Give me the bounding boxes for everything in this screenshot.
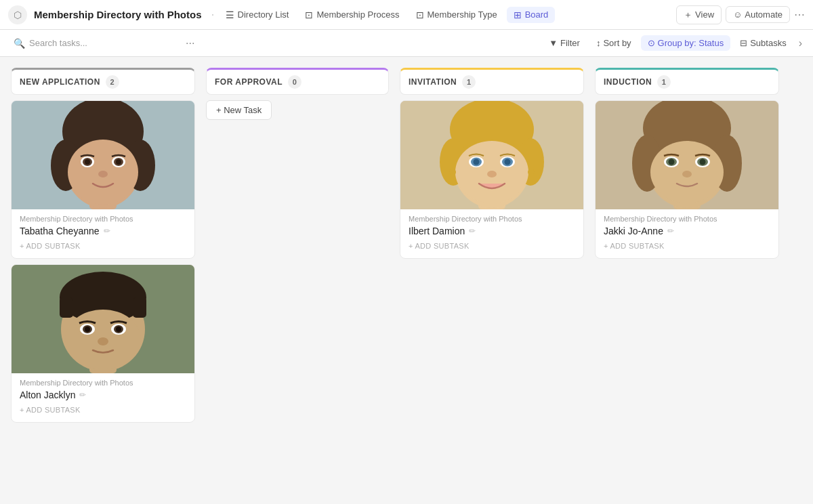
column-body-induction: Membership Directory with Photos Jakki J… (595, 100, 779, 493)
edit-icon-tabatha[interactable]: ✏ (104, 226, 110, 236)
toolbar: 🔍 Search tasks... ··· ▼ Filter ↕ Sort by… (0, 30, 813, 57)
card-ilbert-damion[interactable]: Membership Directory with Photos Ilbert … (400, 100, 584, 259)
expand-button[interactable]: ⋯ (794, 8, 805, 21)
add-subtask-tabatha[interactable]: + ADD SUBTASK (20, 242, 186, 250)
top-navigation: ⬡ Membership Directory with Photos · ☰ n… (0, 0, 813, 30)
column-for-approval: FOR APPROVAL 0 + New Task (206, 68, 389, 493)
tab-membership-process[interactable]: ⊡ Membership Process (298, 7, 406, 23)
svg-point-26 (116, 327, 121, 332)
card-name-alton: Alton Jacklyn ✏ (20, 390, 186, 400)
svg-point-12 (116, 159, 121, 165)
column-count-induction: 1 (657, 75, 671, 89)
view-button[interactable]: ＋ View (676, 5, 722, 24)
edit-icon-alton[interactable]: ✏ (79, 390, 86, 400)
svg-rect-19 (133, 297, 146, 318)
board: NEW APPLICATION 2 (0, 57, 813, 504)
list-icon: ☰ (226, 9, 234, 20)
column-count-invitation: 1 (462, 75, 476, 89)
search-area[interactable]: 🔍 Search tasks... (8, 35, 178, 51)
card-body-ilbert: Membership Directory with Photos Ilbert … (400, 209, 583, 258)
tab-directory-list[interactable]: ☰ new-application Directory List (219, 7, 296, 23)
process-icon: ⊡ (305, 9, 313, 20)
app-icon: ⬡ (8, 5, 27, 24)
group-icon: ⊙ (648, 38, 655, 48)
column-header-invitation: INVITATION 1 (400, 68, 584, 95)
svg-rect-18 (60, 297, 73, 318)
card-body-tabatha: Membership Directory with Photos Tabatha… (12, 209, 194, 258)
column-header-induction: INDUCTION 1 (595, 68, 779, 95)
card-name-jakki: Jakki Jo-Anne ✏ (604, 226, 770, 236)
column-body-for-approval: + New Task (206, 100, 389, 493)
tab-board[interactable]: ⊞ Board (507, 7, 556, 23)
card-name-ilbert: Ilbert Damion ✏ (409, 226, 575, 236)
card-photo-jakki (596, 101, 778, 209)
svg-point-40 (505, 159, 511, 165)
column-induction: INDUCTION 1 (595, 68, 779, 493)
card-body-jakki: Membership Directory with Photos Jakki J… (596, 209, 778, 258)
column-title-induction: INDUCTION (604, 77, 652, 87)
svg-point-41 (449, 169, 456, 175)
search-more-button[interactable]: ··· (183, 36, 197, 51)
column-new-application: NEW APPLICATION 2 (11, 68, 195, 493)
card-alton-jacklyn[interactable]: Membership Directory with Photos Alton J… (11, 264, 195, 423)
nav-right-actions: ＋ View ☺ Automate ⋯ (676, 5, 805, 24)
subtasks-icon: ⊟ (740, 38, 747, 48)
edit-icon-jakki[interactable]: ✏ (667, 226, 674, 236)
add-subtask-jakki[interactable]: + ADD SUBTASK (604, 242, 770, 250)
card-photo-ilbert (400, 101, 583, 209)
svg-point-56 (700, 159, 706, 165)
column-header-for-approval: FOR APPROVAL 0 (206, 68, 389, 95)
automate-button[interactable]: ☺ Automate (726, 6, 790, 23)
search-input[interactable]: Search tasks... (29, 38, 87, 48)
edit-icon-ilbert[interactable]: ✏ (469, 226, 476, 236)
toolbar-more-button[interactable]: › (796, 36, 805, 51)
column-body-invitation: Membership Directory with Photos Ilbert … (400, 100, 584, 493)
card-name-tabatha: Tabatha Cheyanne ✏ (20, 226, 186, 236)
tab-board-label: Board (525, 9, 549, 20)
svg-point-23 (85, 327, 90, 332)
card-project-ilbert: Membership Directory with Photos (409, 215, 575, 223)
filter-icon: ▼ (549, 38, 558, 48)
svg-point-13 (98, 171, 108, 177)
add-subtask-ilbert[interactable]: + ADD SUBTASK (409, 242, 575, 250)
group-by-label: Group by: Status (658, 38, 724, 48)
add-subtask-alton[interactable]: + ADD SUBTASK (20, 406, 186, 414)
tab-membership-process-label: Membership Process (316, 9, 399, 20)
new-task-button-approval[interactable]: + New Task (206, 100, 272, 120)
card-body-alton: Membership Directory with Photos Alton J… (12, 373, 194, 422)
toolbar-right: ▼ Filter ↕ Sort by ⊙ Group by: Status ⊟ … (542, 35, 805, 51)
svg-point-42 (528, 169, 535, 175)
card-tabatha-cheyanne[interactable]: Membership Directory with Photos Tabatha… (11, 100, 195, 259)
svg-point-27 (98, 337, 108, 345)
column-header-new-application: NEW APPLICATION 2 (11, 68, 195, 95)
column-count-for-approval: 0 (288, 75, 301, 89)
search-icon: 🔍 (14, 38, 25, 49)
page-title: Membership Directory with Photos (34, 9, 202, 20)
group-by-button[interactable]: ⊙ Group by: Status (641, 35, 731, 51)
column-body-new-application: Membership Directory with Photos Tabatha… (11, 100, 195, 493)
tab-membership-type[interactable]: ⊡ Membership Type (409, 7, 504, 23)
svg-point-57 (682, 171, 692, 177)
card-jakki-jo-anne[interactable]: Membership Directory with Photos Jakki J… (595, 100, 779, 259)
filter-button[interactable]: ▼ Filter (542, 35, 587, 51)
card-photo-tabatha (12, 101, 194, 209)
column-count-new-application: 2 (106, 75, 119, 89)
type-icon: ⊡ (416, 9, 424, 20)
card-project-tabatha: Membership Directory with Photos (20, 215, 186, 223)
tab-directory-list-label: Directory List (238, 9, 289, 20)
subtasks-button[interactable]: ⊟ Subtasks (733, 35, 793, 51)
automate-icon: ☺ (733, 9, 742, 20)
column-title-invitation: INVITATION (409, 77, 457, 87)
svg-point-37 (474, 159, 480, 165)
sort-icon: ↕ (596, 38, 601, 48)
column-title-new-application: NEW APPLICATION (20, 77, 100, 87)
board-icon: ⊞ (514, 9, 522, 20)
svg-point-43 (487, 171, 497, 177)
sort-by-button[interactable]: ↕ Sort by (589, 35, 638, 51)
nav-divider: · (211, 7, 215, 22)
svg-point-53 (669, 159, 675, 165)
tab-membership-type-label: Membership Type (428, 9, 497, 20)
plus-icon: ＋ (684, 9, 692, 21)
column-title-for-approval: FOR APPROVAL (215, 77, 283, 87)
card-project-jakki: Membership Directory with Photos (604, 215, 770, 223)
